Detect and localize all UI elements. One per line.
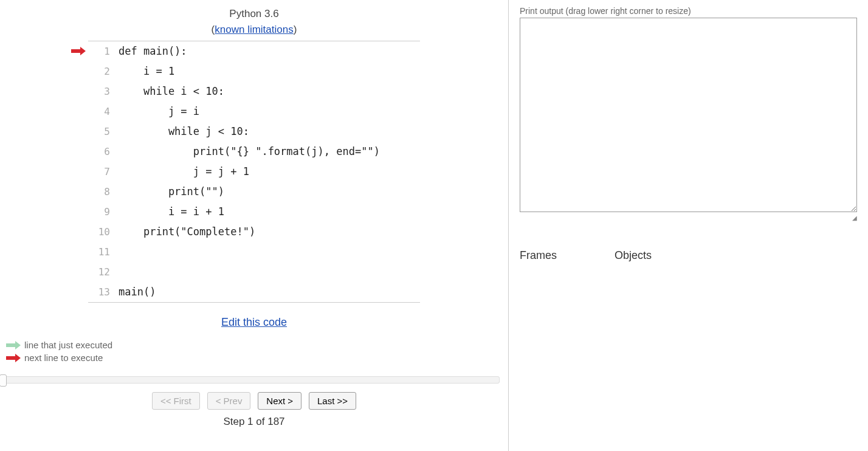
step-indicator: Step 1 of 187 — [0, 416, 508, 428]
line-number: 12 — [88, 262, 119, 282]
arrow-legend: line that just executed next line to exe… — [6, 340, 508, 363]
line-number: 5 — [88, 122, 119, 142]
edit-code-link[interactable]: Edit this code — [221, 316, 287, 328]
objects-header: Objects — [615, 249, 652, 262]
next-arrow-icon — [6, 354, 21, 362]
code-line: 6 print("{} ".format(j), end="") — [88, 142, 420, 162]
svg-marker-1 — [6, 341, 21, 349]
language-header: Python 3.6 (known limitations) — [0, 6, 508, 37]
code-line: 12 — [88, 262, 420, 282]
code-text: def main(): — [119, 41, 187, 61]
code-panel: Python 3.6 (known limitations) 1def main… — [0, 0, 509, 451]
legend-next-label: next line to execute — [24, 353, 103, 363]
legend-executed-label: line that just executed — [24, 340, 112, 350]
line-number: 2 — [88, 61, 119, 81]
line-number: 6 — [88, 142, 119, 162]
code-line: 8 print("") — [88, 182, 420, 202]
code-line: 3 while i < 10: — [88, 81, 420, 102]
code-text: j = i — [119, 102, 199, 122]
code-text: j = j + 1 — [119, 162, 249, 182]
code-text: print("{} ".format(j), end="") — [119, 142, 380, 162]
line-number: 8 — [88, 182, 119, 202]
visualization-panel: Print output (drag lower right corner to… — [509, 0, 868, 451]
language-label: Python 3.6 — [229, 8, 278, 19]
line-number: 10 — [88, 222, 119, 242]
line-number: 1 — [88, 41, 119, 61]
next-button[interactable]: Next > — [258, 392, 301, 410]
prev-button[interactable]: < Prev — [207, 392, 251, 410]
code-text: while j < 10: — [119, 122, 249, 142]
resize-grip-icon: ◢ — [852, 215, 857, 221]
code-line: 7 j = j + 1 — [88, 162, 420, 182]
code-line: 10 print("Complete!") — [88, 222, 420, 242]
code-text: main() — [119, 282, 156, 302]
first-button[interactable]: << First — [152, 392, 200, 410]
code-text: print("") — [119, 182, 224, 202]
step-slider[interactable] — [0, 376, 500, 384]
svg-marker-2 — [6, 354, 21, 362]
code-line: 13main() — [88, 282, 420, 302]
code-line: 5 while j < 10: — [88, 122, 420, 142]
code-line: 2 i = 1 — [88, 61, 420, 81]
code-line: 4 j = i — [88, 102, 420, 122]
code-listing: 1def main():2 i = 13 while i < 10:4 j = … — [88, 41, 420, 303]
line-number: 3 — [88, 81, 119, 102]
line-number: 13 — [88, 282, 119, 302]
line-number: 9 — [88, 202, 119, 222]
frames-header: Frames — [520, 249, 557, 262]
code-text: i = i + 1 — [119, 202, 224, 222]
svg-marker-0 — [71, 47, 86, 55]
current-line-arrow-icon — [70, 47, 87, 55]
code-line: 1def main(): — [88, 41, 420, 61]
step-controls: << First < Prev Next > Last >> — [0, 392, 508, 410]
executed-arrow-icon — [6, 341, 21, 349]
code-text: i = 1 — [119, 61, 174, 81]
line-number: 7 — [88, 162, 119, 182]
line-number: 4 — [88, 102, 119, 122]
last-button[interactable]: Last >> — [309, 392, 356, 410]
line-number: 11 — [88, 242, 119, 262]
code-line: 11 — [88, 242, 420, 262]
code-line: 9 i = i + 1 — [88, 202, 420, 222]
slider-thumb[interactable] — [0, 374, 7, 387]
code-text: print("Complete!") — [119, 222, 255, 242]
code-text: while i < 10: — [119, 81, 224, 102]
known-limitations-link[interactable]: known limitations — [215, 24, 293, 35]
print-output-box[interactable] — [520, 18, 857, 212]
output-label: Print output (drag lower right corner to… — [520, 6, 857, 16]
